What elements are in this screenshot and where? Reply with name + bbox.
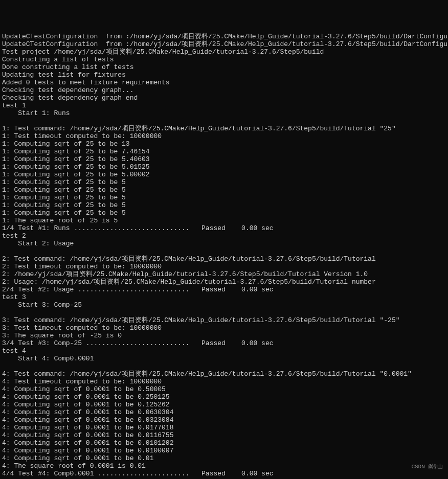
terminal-line: 1: Computing sqrt of 25 to be 5 [2,178,446,186]
terminal-line [2,309,446,316]
watermark: CSDN @泠山 [411,463,443,471]
terminal-line: Constructing a list of tests [2,56,446,63]
terminal-line: UpdateCTestConfiguration from :/home/yj/… [2,33,446,40]
terminal-line: 2: Test command: /home/yj/sda/项目资料/25.CM… [2,255,446,263]
terminal-line: 3: Test timeout computed to be: 10000000 [2,324,446,332]
terminal-line: 4: Test command: /home/yj/sda/项目资料/25.CM… [2,370,446,378]
terminal-line: test 2 [2,232,446,240]
terminal-line: 4: Computing sqrt of 0.0001 to be 0.01 [2,454,446,462]
terminal-line: 1: Test command: /home/yj/sda/项目资料/25.CM… [2,125,446,132]
terminal-line: 1: Computing sqrt of 25 to be 5.01525 [2,163,446,171]
terminal-line: test 3 [2,293,446,301]
terminal-line: 2: /home/yj/sda/项目资料/25.CMake/Help_Guide… [2,270,446,278]
terminal-line: 3: Test command: /home/yj/sda/项目资料/25.CM… [2,316,446,324]
terminal-line: Start 3: Comp-25 [2,301,446,309]
terminal-line: 1: Computing sqrt of 25 to be 5 [2,186,446,194]
terminal-line: 4: Computing sqrt of 0.0001 to be 0.0323… [2,416,446,424]
terminal-line: 4: Computing sqrt of 0.0001 to be 0.0177… [2,424,446,431]
terminal-line: 4: Computing sqrt of 0.0001 to be 0.5000… [2,385,446,393]
terminal-line: Test project /home/yj/sda/项目资料/25.CMake/… [2,48,446,56]
terminal-line: test 4 [2,347,446,355]
terminal-line: Added 0 tests to meet fixture requiremen… [2,79,446,86]
terminal-line: 4: The square root of 0.0001 is 0.01 [2,462,446,470]
terminal-line: 4: Computing sqrt of 0.0001 to be 0.0116… [2,431,446,439]
terminal-line [2,362,446,370]
terminal-line [2,117,446,125]
terminal-output: UpdateCTestConfiguration from :/home/yj/… [2,33,446,479]
terminal-line: 4: Computing sqrt of 0.0001 to be 0.1252… [2,401,446,408]
terminal-line: Updating test list for fixtures [2,71,446,79]
terminal-line: 1: Test timeout computed to be: 10000000 [2,132,446,140]
terminal-line: Start 4: Comp0.0001 [2,355,446,362]
terminal-line: 1: Computing sqrt of 25 to be 5.00002 [2,171,446,178]
terminal-line: 4/4 Test #4: Comp0.0001 ................… [2,470,446,477]
terminal-line: 1: Computing sqrt of 25 to be 5 [2,209,446,217]
terminal-line [2,247,446,255]
terminal-line: 1: The square root of 25 is 5 [2,217,446,224]
terminal-line: 2: Usage: /home/yj/sda/项目资料/25.CMake/Hel… [2,278,446,286]
terminal-line: 1/4 Test #1: Runs ......................… [2,224,446,232]
terminal-line: 4: Computing sqrt of 0.0001 to be 0.0100… [2,447,446,454]
terminal-line: test 1 [2,102,446,109]
terminal-line: Checking test dependency graph end [2,94,446,102]
terminal-line: Done constructing a list of tests [2,63,446,71]
terminal-line: Checking test dependency graph... [2,86,446,94]
terminal-line: 4: Computing sqrt of 0.0001 to be 0.0101… [2,439,446,447]
terminal-line: 2: Test timeout computed to be: 10000000 [2,263,446,270]
terminal-line: 4: Computing sqrt of 0.0001 to be 0.2501… [2,393,446,401]
terminal-line: 2/4 Test #2: Usage .....................… [2,286,446,293]
terminal-line: 1: Computing sqrt of 25 to be 13 [2,140,446,148]
terminal-line: 1: Computing sqrt of 25 to be 5 [2,201,446,209]
terminal-line: 3: The square root of -25 is 0 [2,332,446,339]
terminal-line: Start 1: Runs [2,109,446,117]
terminal-line: 4: Test timeout computed to be: 10000000 [2,378,446,385]
terminal-line: 1: Computing sqrt of 25 to be 5 [2,194,446,201]
terminal-line: 1: Computing sqrt of 25 to be 5.40603 [2,155,446,163]
terminal-line: 3/4 Test #3: Comp-25 ...................… [2,339,446,347]
terminal-line: 4: Computing sqrt of 0.0001 to be 0.0630… [2,408,446,416]
terminal-line: UpdateCTestConfiguration from :/home/yj/… [2,40,446,48]
terminal-line: Start 2: Usage [2,240,446,247]
terminal-line: 1: Computing sqrt of 25 to be 7.46154 [2,148,446,155]
